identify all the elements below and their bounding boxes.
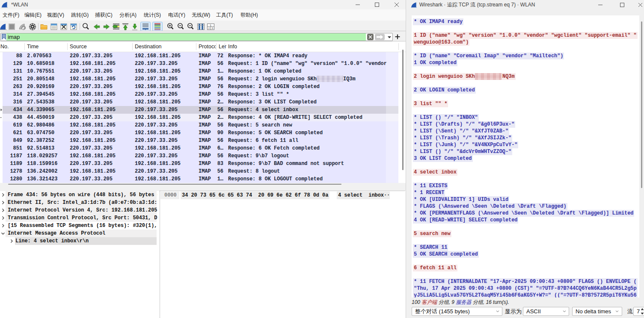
svg-text:3: 3 xyxy=(212,27,213,29)
svg-text:1: 1 xyxy=(210,24,211,26)
svg-text:2: 2 xyxy=(208,27,210,29)
